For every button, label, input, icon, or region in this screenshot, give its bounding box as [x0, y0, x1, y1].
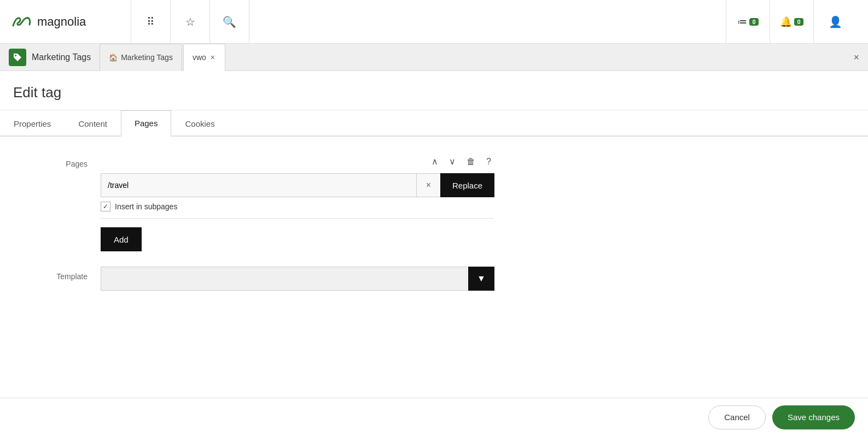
add-button[interactable]: Add — [101, 227, 142, 251]
notifications-button[interactable]: 🔔 0 — [770, 0, 813, 44]
tab-label-vwo: vwo — [193, 53, 206, 62]
svg-point-0 — [15, 55, 16, 56]
page-input-row: × Replace — [101, 173, 494, 197]
form-area: Edit tag Properties Content Pages Cookie… — [0, 71, 868, 398]
app-tag-icon — [9, 49, 26, 66]
top-nav: magnolia ⠿ ☆ 🔍 ≔ 0 🔔 0 👤 — [0, 0, 868, 44]
grid-icon: ⠿ — [147, 15, 155, 28]
chevron-down-icon: ▼ — [477, 274, 486, 284]
save-changes-button[interactable]: Save changes — [772, 405, 855, 429]
tab-vwo[interactable]: vwo × — [183, 44, 225, 71]
close-panel-button[interactable]: × — [853, 51, 859, 63]
move-up-button[interactable]: ∧ — [428, 154, 441, 169]
pages-controls-header: ∧ ∨ 🗑 ? — [101, 154, 494, 169]
template-dropdown-button[interactable]: ▼ — [468, 267, 494, 291]
magnolia-logo-icon — [11, 14, 33, 30]
insert-subpages-checkbox[interactable] — [101, 202, 110, 211]
tasks-icon: ≔ — [737, 16, 747, 28]
pages-field-controls: ∧ ∨ 🗑 ? — [101, 154, 494, 251]
tasks-button[interactable]: ≔ 0 — [726, 0, 770, 44]
logo-area: magnolia — [11, 0, 131, 43]
nav-right: ≔ 0 🔔 0 👤 — [726, 0, 857, 43]
template-select-row: ▼ — [101, 267, 494, 291]
pages-label: Pages — [22, 154, 88, 168]
tab-bar: 🏠 Marketing Tags vwo × — [100, 44, 226, 71]
close-icon: × — [853, 51, 859, 62]
grid-menu-button[interactable]: ⠿ — [131, 0, 171, 44]
chevron-down-icon: ∨ — [449, 157, 456, 166]
replace-button[interactable]: Replace — [440, 173, 494, 197]
bell-icon: 🔔 — [780, 16, 792, 28]
bottom-bar: Cancel Save changes — [0, 398, 868, 436]
app-icon-label: Marketing Tags — [9, 49, 100, 66]
main-wrapper: Marketing Tags 🏠 Marketing Tags vwo × × … — [0, 44, 868, 436]
help-icon: ? — [486, 157, 491, 166]
app-name-label: Marketing Tags — [32, 52, 91, 62]
cancel-button[interactable]: Cancel — [708, 405, 766, 429]
tab-properties[interactable]: Properties — [0, 110, 65, 137]
tab-label-marketing-tags: Marketing Tags — [121, 53, 173, 62]
home-icon: 🏠 — [109, 54, 118, 62]
form-tabs: Properties Content Pages Cookies — [0, 110, 868, 137]
template-label: Template — [22, 267, 88, 281]
checkbox-row: Insert in subpages — [101, 202, 494, 211]
insert-subpages-label: Insert in subpages — [115, 202, 177, 211]
notifications-badge: 0 — [794, 18, 803, 26]
user-profile-button[interactable]: 👤 — [813, 0, 857, 44]
favorites-button[interactable]: ☆ — [171, 0, 210, 44]
divider — [101, 218, 494, 219]
pages-field-row: Pages ∧ ∨ 🗑 — [22, 154, 846, 251]
tab-content[interactable]: Content — [65, 110, 121, 137]
tab-marketing-tags[interactable]: 🏠 Marketing Tags — [100, 44, 182, 71]
page-title: Edit tag — [0, 71, 868, 110]
tab-pages[interactable]: Pages — [121, 110, 172, 137]
help-button[interactable]: ? — [483, 155, 494, 169]
logo-text: magnolia — [37, 15, 86, 29]
tab-cookies[interactable]: Cookies — [171, 110, 228, 137]
delete-button[interactable]: 🗑 — [463, 155, 479, 169]
template-field-row: Template ▼ — [22, 267, 846, 291]
user-icon: 👤 — [829, 15, 842, 28]
trash-icon: 🗑 — [467, 157, 475, 166]
move-down-button[interactable]: ∨ — [446, 154, 459, 169]
template-field-controls: ▼ — [101, 267, 494, 291]
star-icon: ☆ — [185, 15, 195, 28]
tasks-badge: 0 — [749, 18, 758, 26]
clear-page-input-button[interactable]: × — [416, 173, 440, 197]
search-icon: 🔍 — [223, 15, 236, 28]
template-input[interactable] — [101, 267, 468, 291]
clear-icon: × — [426, 180, 431, 190]
chevron-up-icon: ∧ — [432, 157, 438, 166]
page-path-input[interactable] — [101, 173, 416, 197]
search-button[interactable]: 🔍 — [210, 0, 249, 44]
sub-header: Marketing Tags 🏠 Marketing Tags vwo × × — [0, 44, 868, 71]
form-content: Pages ∧ ∨ 🗑 — [0, 137, 868, 323]
tab-close-vwo[interactable]: × — [209, 53, 216, 62]
